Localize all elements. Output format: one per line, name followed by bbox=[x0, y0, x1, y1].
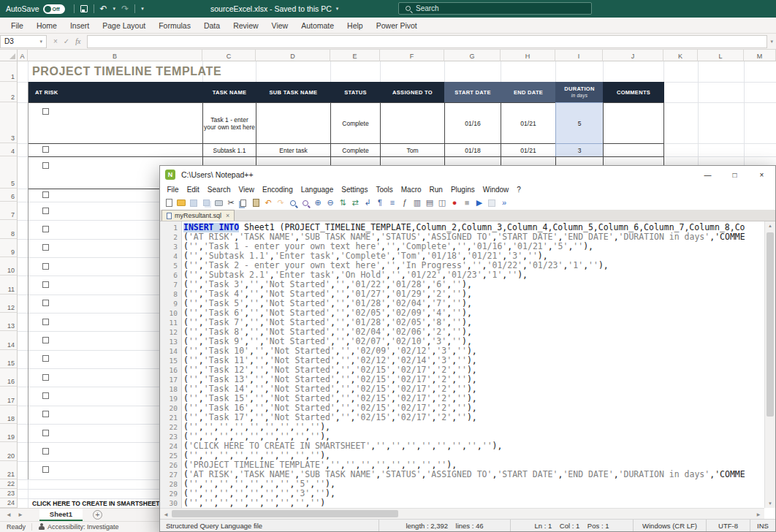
ribbon-tab-automate[interactable]: Automate bbox=[294, 18, 341, 33]
at-risk-checkbox-row-3[interactable] bbox=[42, 108, 49, 115]
cut-icon[interactable]: ✂ bbox=[225, 197, 237, 209]
save-icon[interactable] bbox=[80, 5, 88, 12]
code-line-1[interactable]: INSERT INTO Sheet1 (PROJECT_TIMELINE_TEM… bbox=[183, 223, 764, 232]
tab-myresultant-sql[interactable]: myResultant.sql × bbox=[161, 210, 235, 221]
code-line-13[interactable]: ('','Task 9','','Not Started','','02/07'… bbox=[183, 337, 764, 346]
cell-C4[interactable]: Subtask 1.1 bbox=[202, 143, 256, 157]
menu-help[interactable]: ? bbox=[513, 185, 525, 194]
print-icon[interactable] bbox=[213, 197, 224, 209]
code-line-18[interactable]: ('','Task 14','','Not Started','','02/15… bbox=[183, 384, 764, 394]
vertical-scrollbar-thumb[interactable] bbox=[767, 232, 774, 417]
open-folder-icon[interactable] bbox=[175, 197, 187, 209]
code-line-20[interactable]: ('','Task 16','','Not Started','','02/15… bbox=[183, 403, 764, 413]
table-header-start-date[interactable]: START DATE bbox=[444, 82, 501, 103]
playback-macro-icon[interactable]: ▶ bbox=[473, 197, 485, 209]
table-header-task-name[interactable]: TASK NAME bbox=[202, 82, 256, 103]
code-line-27[interactable]: ('AT RISK','TASK NAME','SUB TASK NAME','… bbox=[183, 470, 764, 479]
search-box[interactable]: Search bbox=[398, 2, 592, 15]
cancel-icon[interactable]: × bbox=[53, 37, 58, 45]
at-risk-checkbox-row-16[interactable] bbox=[42, 374, 49, 381]
row-header-4[interactable]: 4 bbox=[0, 143, 18, 156]
ribbon-tab-page-layout[interactable]: Page Layout bbox=[96, 18, 152, 33]
menu-plugins[interactable]: Plugins bbox=[446, 185, 479, 194]
customize-quick-access-icon[interactable]: ▾ bbox=[141, 6, 144, 12]
redo-icon[interactable]: ↷ bbox=[121, 4, 129, 13]
ribbon-tab-insert[interactable]: Insert bbox=[64, 18, 96, 33]
cell-B3[interactable] bbox=[28, 102, 203, 144]
code-line-16[interactable]: ('','Task 12','','Not Started','','02/15… bbox=[183, 365, 764, 375]
cell-G4[interactable]: 01/18 bbox=[444, 143, 501, 157]
code-line-12[interactable]: ('','Task 8','','Not Started','','02/04'… bbox=[183, 327, 764, 337]
autosave-toggle[interactable]: AutoSave Off bbox=[6, 4, 65, 14]
menu-settings[interactable]: Settings bbox=[338, 185, 372, 194]
menu-encoding[interactable]: Encoding bbox=[259, 185, 297, 194]
column-header-H[interactable]: H bbox=[501, 50, 555, 61]
at-risk-checkbox-row-4[interactable] bbox=[42, 146, 49, 153]
ribbon-tab-view[interactable]: View bbox=[265, 18, 295, 33]
sheet-nav-right-icon[interactable]: ► bbox=[18, 512, 23, 518]
table-header-status[interactable]: STATUS bbox=[330, 82, 381, 103]
row-header-5[interactable]: 5 bbox=[0, 156, 18, 189]
code-line-11[interactable]: ('','Task 7','','Not Started','','01/28'… bbox=[183, 318, 764, 327]
code-line-9[interactable]: ('','Task 5','','Not Started','','01/28'… bbox=[183, 299, 764, 308]
indent-guide-icon[interactable]: ≡ bbox=[387, 197, 398, 209]
cell-D4[interactable]: Enter task bbox=[256, 143, 331, 157]
column-header-M[interactable]: M bbox=[744, 50, 776, 61]
ribbon-tab-data[interactable]: Data bbox=[197, 18, 227, 33]
column-header-D[interactable]: D bbox=[256, 50, 330, 61]
cell-H4[interactable]: 01/21 bbox=[501, 143, 556, 157]
menu-window[interactable]: Window bbox=[479, 185, 513, 194]
cell-G3[interactable]: 01/16 bbox=[444, 102, 501, 144]
code-line-15[interactable]: ('','Task 11','','Not Started','','02/12… bbox=[183, 356, 764, 365]
column-header-C[interactable]: C bbox=[202, 50, 256, 61]
menu-file[interactable]: File bbox=[163, 185, 183, 194]
document-list-icon[interactable]: ▤ bbox=[424, 197, 435, 209]
replace-icon[interactable] bbox=[300, 197, 311, 209]
close-button[interactable]: × bbox=[748, 166, 775, 183]
word-wrap-icon[interactable]: ↲ bbox=[362, 197, 373, 209]
at-risk-checkbox-row-12[interactable] bbox=[42, 300, 49, 306]
undo-icon[interactable]: ↶ bbox=[262, 197, 274, 209]
at-risk-checkbox-row-17[interactable] bbox=[42, 392, 49, 399]
horizontal-scrollbar[interactable]: ◀ ▶ bbox=[160, 508, 764, 519]
sheet-nav-left-icon[interactable]: ◄ bbox=[6, 512, 12, 518]
at-risk-checkbox-row-10[interactable] bbox=[42, 263, 49, 270]
row-header-1[interactable]: 1 bbox=[0, 61, 18, 82]
new-file-icon[interactable] bbox=[163, 197, 175, 209]
table-header-comments[interactable]: COMMENTS bbox=[603, 82, 664, 103]
row-header-17[interactable]: 17 bbox=[0, 387, 18, 405]
copy-icon[interactable] bbox=[237, 197, 249, 209]
menu-tools[interactable]: Tools bbox=[372, 185, 397, 194]
menu-language[interactable]: Language bbox=[297, 185, 338, 194]
cell-C3[interactable]: Task 1 - enter your own text here bbox=[202, 102, 256, 144]
row-header-23[interactable]: 23 bbox=[0, 489, 18, 498]
undo-dropdown-icon[interactable]: ▾ bbox=[113, 6, 116, 12]
row-header-14[interactable]: 14 bbox=[0, 331, 18, 349]
scroll-up-icon[interactable]: ▲ bbox=[765, 224, 775, 228]
sync-vertical-icon[interactable]: ⇅ bbox=[337, 197, 349, 209]
row-header-9[interactable]: 9 bbox=[0, 239, 18, 257]
at-risk-checkbox-row-8[interactable] bbox=[42, 226, 49, 232]
code-line-30[interactable]: ('','','','','','','','','') bbox=[183, 498, 764, 508]
function-list-icon[interactable]: ƒ bbox=[399, 197, 411, 209]
column-header-K[interactable]: K bbox=[663, 50, 698, 61]
enter-icon[interactable]: ✓ bbox=[64, 37, 69, 45]
ribbon-tab-review[interactable]: Review bbox=[227, 18, 265, 33]
code-line-24[interactable]: ('CLICK HERE TO CREATE IN SMARTSHEET',''… bbox=[183, 441, 764, 451]
code-area[interactable]: INSERT INTO Sheet1 (PROJECT_TIMELINE_TEM… bbox=[183, 221, 764, 508]
scroll-right-icon[interactable]: ▶ bbox=[753, 509, 764, 519]
code-line-26[interactable]: ('PROJECT TIMELINE TEMPLATE','','','',''… bbox=[183, 460, 764, 470]
scroll-down-icon[interactable]: ▼ bbox=[765, 501, 775, 506]
code-line-17[interactable]: ('','Task 13','','Not Started','','02/15… bbox=[183, 375, 764, 384]
code-line-5[interactable]: ('','Task 2 - enter your own text here',… bbox=[183, 261, 764, 270]
column-header-F[interactable]: F bbox=[380, 50, 444, 61]
ribbon-tab-file[interactable]: File bbox=[4, 18, 30, 33]
code-line-6[interactable]: ('','Subtask 2.1','Enter task','On Hold'… bbox=[183, 270, 764, 280]
at-risk-checkbox-row-11[interactable] bbox=[42, 281, 49, 288]
cell-F3[interactable] bbox=[380, 102, 445, 144]
at-risk-checkbox-row-13[interactable] bbox=[42, 319, 49, 325]
statusbar-typing-mode[interactable]: INS bbox=[750, 520, 775, 531]
cell-B4[interactable] bbox=[28, 143, 203, 157]
row-header-21[interactable]: 21 bbox=[0, 461, 18, 479]
column-header-J[interactable]: J bbox=[603, 50, 663, 61]
